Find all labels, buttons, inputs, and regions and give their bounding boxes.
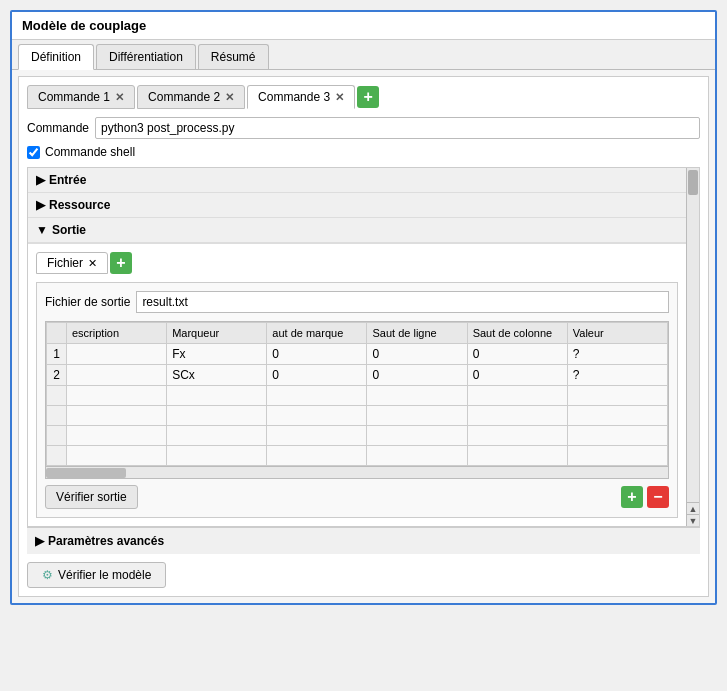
- row-valeur[interactable]: ?: [567, 344, 667, 365]
- cmd-tab-2[interactable]: Commande 2 ✕: [137, 85, 245, 109]
- advanced-arrow: ▶: [35, 534, 44, 548]
- row-description[interactable]: [67, 365, 167, 386]
- row-saut-colonne[interactable]: 0: [467, 344, 567, 365]
- verify-sortie-row: Vérifier sortie + −: [45, 485, 669, 509]
- verify-model-label: Vérifier le modèle: [58, 568, 151, 582]
- advanced-params-header[interactable]: ▶ Paramètres avancés: [27, 527, 700, 554]
- col-saut-ligne: Saut de ligne: [367, 323, 467, 344]
- command-label: Commande: [27, 121, 89, 135]
- data-table: escription Marqueur aut de marque Saut d…: [46, 322, 668, 466]
- cmd-tab-3[interactable]: Commande 3 ✕: [247, 85, 355, 109]
- command-shell-label: Commande shell: [45, 145, 135, 159]
- sortie-arrow: ▼: [36, 223, 48, 237]
- fichier-tab[interactable]: Fichier ✕: [36, 252, 108, 274]
- ressource-label: Ressource: [49, 198, 110, 212]
- window-title: Modèle de couplage: [12, 12, 715, 40]
- table-row-empty: [47, 446, 668, 466]
- tab-resume[interactable]: Résumé: [198, 44, 269, 69]
- row-saut-marqueur[interactable]: 0: [267, 344, 367, 365]
- row-saut-marqueur[interactable]: 0: [267, 365, 367, 386]
- command-shell-row: Commande shell: [27, 145, 700, 159]
- sections-inner: ▶ Entrée ▶ Ressource ▼ Sortie: [28, 168, 686, 526]
- cmd-tab-1[interactable]: Commande 1 ✕: [27, 85, 135, 109]
- row-saut-ligne[interactable]: 0: [367, 344, 467, 365]
- add-fichier-tab-button[interactable]: +: [110, 252, 132, 274]
- close-cmd3-icon[interactable]: ✕: [335, 91, 344, 104]
- scroll-up-arrow[interactable]: ▲: [687, 502, 699, 514]
- col-marqueur: Marqueur: [167, 323, 267, 344]
- data-table-container: escription Marqueur aut de marque Saut d…: [45, 321, 669, 479]
- table-row: 1 Fx 0 0 0 ?: [47, 344, 668, 365]
- command-row: Commande: [27, 117, 700, 139]
- col-description: escription: [67, 323, 167, 344]
- sortie-label: Sortie: [52, 223, 86, 237]
- row-num: 2: [47, 365, 67, 386]
- col-num: [47, 323, 67, 344]
- sub-tabs: Fichier ✕ +: [36, 252, 678, 274]
- row-saut-colonne[interactable]: 0: [467, 365, 567, 386]
- sortie-section-header[interactable]: ▼ Sortie: [28, 218, 686, 243]
- footer-area: ⚙ Vérifier le modèle: [27, 554, 700, 588]
- close-cmd1-icon[interactable]: ✕: [115, 91, 124, 104]
- row-valeur[interactable]: ?: [567, 365, 667, 386]
- row-marqueur[interactable]: SCx: [167, 365, 267, 386]
- col-valeur: Valeur: [567, 323, 667, 344]
- command-shell-checkbox[interactable]: [27, 146, 40, 159]
- fichier-de-sortie-row: Fichier de sortie: [45, 291, 669, 313]
- add-row-button[interactable]: +: [621, 486, 643, 508]
- fichier-tab-label: Fichier: [47, 256, 83, 270]
- command-input[interactable]: [95, 117, 700, 139]
- scroll-down-arrow[interactable]: ▼: [687, 514, 699, 526]
- verify-model-button[interactable]: ⚙ Vérifier le modèle: [27, 562, 166, 588]
- add-command-tab-button[interactable]: +: [357, 86, 379, 108]
- row-description[interactable]: [67, 344, 167, 365]
- add-remove-buttons: + −: [621, 486, 669, 508]
- fichier-de-sortie-label: Fichier de sortie: [45, 295, 130, 309]
- close-cmd2-icon[interactable]: ✕: [225, 91, 234, 104]
- verify-sortie-button[interactable]: Vérifier sortie: [45, 485, 138, 509]
- table-row-empty: [47, 426, 668, 446]
- table-row-empty: [47, 406, 668, 426]
- command-tabs: Commande 1 ✕ Commande 2 ✕ Commande 3 ✕ +: [27, 85, 700, 109]
- table-row: 2 SCx 0 0 0 ?: [47, 365, 668, 386]
- entree-section-header[interactable]: ▶ Entrée: [28, 168, 686, 193]
- main-tabs: Définition Différentiation Résumé: [12, 40, 715, 70]
- fichier-de-sortie-input[interactable]: [136, 291, 669, 313]
- entree-label: Entrée: [49, 173, 86, 187]
- remove-row-button[interactable]: −: [647, 486, 669, 508]
- sections-panel: ▲ ▼ ▶ Entrée ▶ Ressource ▼ Sortie: [27, 167, 700, 527]
- tab-definition[interactable]: Définition: [18, 44, 94, 70]
- sortie-content: Fichier ✕ + Fichier de sortie: [28, 243, 686, 526]
- fichier-panel: Fichier de sortie escription Marq: [36, 282, 678, 518]
- table-row-empty: [47, 386, 668, 406]
- verify-model-icon: ⚙: [42, 568, 53, 582]
- ressource-arrow: ▶: [36, 198, 45, 212]
- close-fichier-icon[interactable]: ✕: [88, 257, 97, 270]
- ressource-section-header[interactable]: ▶ Ressource: [28, 193, 686, 218]
- tab-differentiation[interactable]: Différentiation: [96, 44, 196, 69]
- col-saut-colonne: Saut de colonne: [467, 323, 567, 344]
- row-saut-ligne[interactable]: 0: [367, 365, 467, 386]
- scrollbar-thumb: [688, 170, 698, 195]
- col-saut-marqueur: aut de marque: [267, 323, 367, 344]
- horizontal-scrollbar[interactable]: [46, 466, 668, 478]
- row-num: 1: [47, 344, 67, 365]
- hscrollbar-thumb: [46, 468, 126, 478]
- vertical-scrollbar[interactable]: ▲ ▼: [686, 168, 699, 526]
- advanced-label: Paramètres avancés: [48, 534, 164, 548]
- main-window: Modèle de couplage Définition Différenti…: [10, 10, 717, 605]
- entree-arrow: ▶: [36, 173, 45, 187]
- row-marqueur[interactable]: Fx: [167, 344, 267, 365]
